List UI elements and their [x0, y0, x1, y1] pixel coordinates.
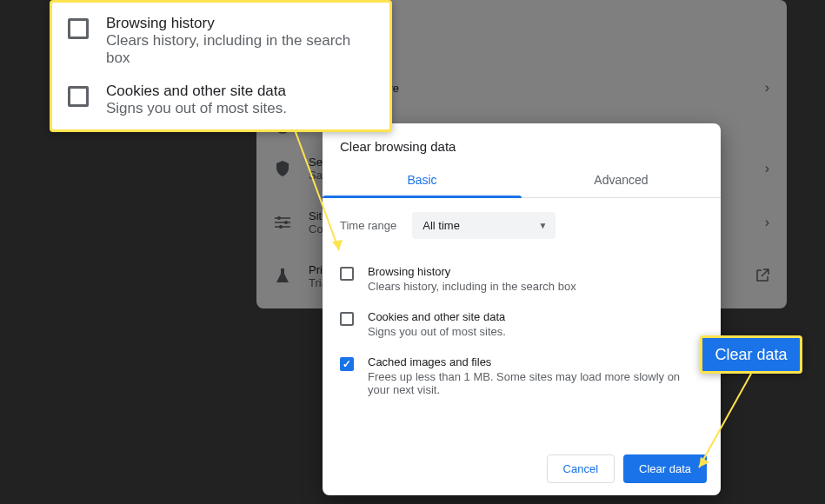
callout-label: Clear data — [715, 346, 787, 364]
dialog-footer: Cancel Clear data — [323, 442, 721, 495]
clear-data-button[interactable]: Clear data — [623, 454, 707, 483]
callout-item-desc: Signs you out of most sites. — [106, 100, 287, 117]
checkbox-browsing-history[interactable] — [340, 267, 354, 281]
option-desc: Clears history, including in the search … — [368, 280, 576, 293]
time-range-row: Time range All time ▼ — [340, 212, 703, 239]
callout-clear-data: Clear data — [700, 335, 802, 374]
option-cookies: Cookies and other site data Signs you ou… — [340, 302, 703, 347]
checkbox-cached[interactable] — [340, 357, 354, 371]
option-title: Cookies and other site data — [368, 310, 506, 323]
option-desc: Signs you out of most sites. — [368, 325, 506, 338]
callout-item-title: Browsing history — [106, 15, 374, 32]
option-cached: Cached images and files Frees up less th… — [340, 347, 703, 405]
chevron-down-icon: ▼ — [538, 221, 547, 230]
time-range-label: Time range — [340, 219, 396, 232]
callout-checkbox-icon — [68, 18, 89, 39]
callout-item-title: Cookies and other site data — [106, 83, 287, 100]
dialog-tabs: Basic Advanced — [323, 162, 721, 198]
cancel-button[interactable]: Cancel — [547, 454, 615, 483]
time-range-select[interactable]: All time ▼ — [412, 212, 556, 239]
option-title: Browsing history — [368, 265, 576, 278]
callout-item-desc: Clears history, including in the search … — [106, 32, 374, 67]
option-browsing-history: Browsing history Clears history, includi… — [340, 256, 703, 302]
option-desc: Frees up less than 1 MB. Some sites may … — [368, 370, 703, 396]
tab-advanced[interactable]: Advanced — [522, 162, 721, 197]
tab-basic[interactable]: Basic — [323, 162, 522, 197]
callout-checkboxes: Browsing history Clears history, includi… — [50, 0, 392, 132]
time-range-value: All time — [422, 219, 460, 232]
dialog-body: Time range All time ▼ Browsing history C… — [323, 198, 721, 442]
checkbox-cookies[interactable] — [340, 312, 354, 326]
callout-checkbox-icon — [68, 86, 89, 107]
option-title: Cached images and files — [368, 355, 703, 368]
clear-browsing-data-dialog: Clear browsing data Basic Advanced Time … — [323, 123, 721, 495]
